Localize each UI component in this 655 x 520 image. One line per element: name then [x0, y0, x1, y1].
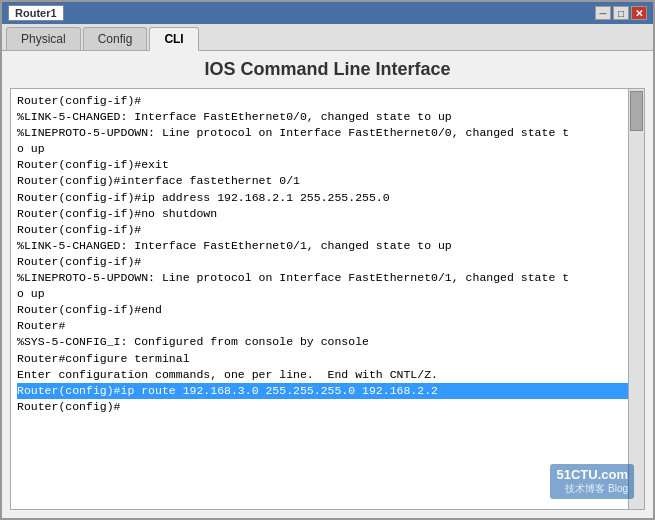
cli-line: %LINK-5-CHANGED: Interface FastEthernet0… — [17, 238, 638, 254]
cli-line: Router(config)#ip route 192.168.3.0 255.… — [17, 383, 638, 399]
tab-config[interactable]: Config — [83, 27, 148, 50]
cli-output[interactable]: Router(config-if)#%LINK-5-CHANGED: Inter… — [11, 89, 644, 509]
content-area: IOS Command Line Interface Router(config… — [2, 51, 653, 518]
cli-line: Router(config)# — [17, 399, 638, 415]
title-bar: Router1 ─ □ ✕ — [2, 2, 653, 24]
cli-container[interactable]: Router(config-if)#%LINK-5-CHANGED: Inter… — [10, 88, 645, 510]
cli-line: Router(config-if)#ip address 192.168.2.1… — [17, 190, 638, 206]
cli-line: Router(config-if)#end — [17, 302, 638, 318]
title-bar-controls: ─ □ ✕ — [595, 6, 647, 20]
scrollbar-thumb[interactable] — [630, 91, 643, 131]
minimize-button[interactable]: ─ — [595, 6, 611, 20]
cli-line: o up — [17, 286, 638, 302]
cli-line: o up — [17, 141, 638, 157]
cli-line: Router(config-if)#exit — [17, 157, 638, 173]
cli-line: %LINK-5-CHANGED: Interface FastEthernet0… — [17, 109, 638, 125]
scrollbar-track[interactable] — [628, 89, 644, 509]
cli-line: Router(config-if)# — [17, 254, 638, 270]
cli-line: Enter configuration commands, one per li… — [17, 367, 638, 383]
cli-line: %LINEPROTO-5-UPDOWN: Line protocol on In… — [17, 270, 638, 286]
tab-bar: Physical Config CLI — [2, 24, 653, 51]
cli-line: Router(config-if)# — [17, 93, 638, 109]
cli-line: Router(config-if)#no shutdown — [17, 206, 638, 222]
close-button[interactable]: ✕ — [631, 6, 647, 20]
title-bar-left: Router1 — [8, 5, 64, 21]
window-title: Router1 — [8, 5, 64, 21]
tab-physical[interactable]: Physical — [6, 27, 81, 50]
page-title: IOS Command Line Interface — [10, 59, 645, 80]
cli-line: Router(config-if)# — [17, 222, 638, 238]
cli-line: Router#configure terminal — [17, 351, 638, 367]
watermark-site: 51CTU.com — [556, 467, 628, 482]
tab-cli[interactable]: CLI — [149, 27, 198, 51]
cli-line: %SYS-5-CONFIG_I: Configured from console… — [17, 334, 638, 350]
cli-line: %LINEPROTO-5-UPDOWN: Line protocol on In… — [17, 125, 638, 141]
cli-line: Router# — [17, 318, 638, 334]
watermark: 51CTU.com 技术博客 Blog — [550, 464, 634, 499]
maximize-button[interactable]: □ — [613, 6, 629, 20]
window: Router1 ─ □ ✕ Physical Config CLI IOS Co… — [0, 0, 655, 520]
cli-line: Router(config)#interface fastethernet 0/… — [17, 173, 638, 189]
watermark-label: 技术博客 Blog — [556, 482, 628, 496]
